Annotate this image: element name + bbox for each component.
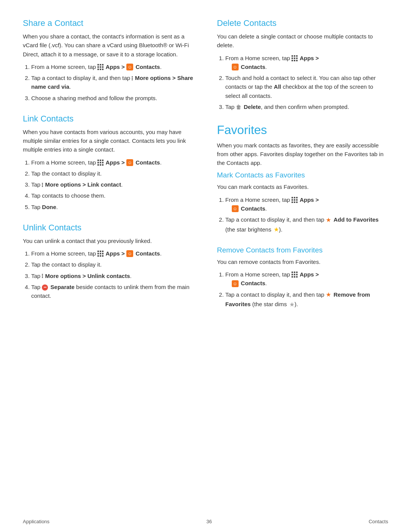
mark-favorites-steps: From a Home screen, tap Apps > ☺ Contact… xyxy=(225,195,388,235)
delete-contacts-title: Delete Contacts xyxy=(217,18,388,28)
favorites-section: Favorites When you mark contacts as favo… xyxy=(217,123,388,310)
list-item: Tap a contact to display it, and then ta… xyxy=(31,73,194,91)
delete-contacts-section: Delete Contacts You can delete a single … xyxy=(217,18,388,112)
share-contact-steps: From a Home screen, tap Apps > ☺ Contact… xyxy=(31,62,194,102)
contacts-icon: ☺ xyxy=(232,64,239,70)
more-options-icon xyxy=(42,182,43,187)
star-bright-icon: ★ xyxy=(274,225,279,235)
mark-favorites-section: Mark Contacts as Favorites You can mark … xyxy=(217,171,388,235)
share-contact-intro: When you share a contact, the contact's … xyxy=(23,32,194,59)
link-contacts-steps: From a Home screen, tap Apps > ☺ Contact… xyxy=(31,158,194,211)
list-item: From a Home screen, tap Apps > ☺ Contact… xyxy=(225,195,388,213)
contacts-icon: ☺ xyxy=(126,159,133,166)
contacts-icon: ☺ xyxy=(126,64,133,70)
link-contacts-intro: When you have contacts from various acco… xyxy=(23,128,194,154)
apps-grid-icon xyxy=(292,272,298,278)
list-item: Tap a contact to display it, and then ta… xyxy=(225,215,388,235)
more-options-icon xyxy=(42,273,43,278)
remove-favorites-steps: From a Home screen, tap Apps > ☺ Contact… xyxy=(225,270,388,309)
unlink-contacts-section: Unlink Contacts You can unlink a contact… xyxy=(23,223,194,300)
list-item: Tap a contact to display it, and then ta… xyxy=(225,290,388,310)
mark-favorites-title: Mark Contacts as Favorites xyxy=(217,171,388,179)
mark-favorites-intro: You can mark contacts as Favorites. xyxy=(217,182,388,191)
list-item: Tap More options > Unlink contacts. xyxy=(31,272,194,280)
contacts-icon: ☺ xyxy=(232,205,239,212)
delete-contacts-steps: From a Home screen, tap Apps > ☺ Contact… xyxy=(225,54,388,112)
delete-contacts-intro: You can delete a single contact or choos… xyxy=(217,32,388,50)
apps-grid-icon xyxy=(97,64,104,70)
remove-favorites-title: Remove Contacts from Favorites xyxy=(217,246,388,254)
list-item: Choose a sharing method and follow the p… xyxy=(31,94,194,102)
unlink-contacts-title: Unlink Contacts xyxy=(23,223,194,233)
remove-favorites-intro: You can remove contacts from Favorites. xyxy=(217,257,388,266)
list-item: Tap More options > Link contact. xyxy=(31,180,194,189)
apps-grid-icon xyxy=(97,160,104,166)
right-column: Delete Contacts You can delete a single … xyxy=(213,18,388,321)
apps-grid-icon xyxy=(292,55,298,61)
list-item: From a Home screen, tap Apps > ☺ Contact… xyxy=(225,54,388,72)
share-contact-title: Share a Contact xyxy=(23,18,194,28)
star-filled-icon: ★ xyxy=(326,290,331,300)
list-item: From a Home screen, tap Apps > ☺ Contact… xyxy=(31,249,194,258)
footer-right: Contacts xyxy=(369,519,388,524)
favorites-intro: When you mark contacts as favorites, the… xyxy=(217,141,388,168)
list-item: From a Home screen, tap Apps > ☺ Contact… xyxy=(31,158,194,167)
star-dim-icon: ★ xyxy=(289,300,295,310)
favorites-title: Favorites xyxy=(217,123,388,137)
footer: Applications 36 Contacts xyxy=(0,519,411,524)
link-contacts-title: Link Contacts xyxy=(23,114,194,124)
unlink-contacts-steps: From a Home screen, tap Apps > ☺ Contact… xyxy=(31,249,194,300)
list-item: From a Home screen, tap Apps > ☺ Contact… xyxy=(225,270,388,288)
list-item: Tap 🗑 Delete, and then confirm when prom… xyxy=(225,102,388,112)
contacts-icon: ☺ xyxy=(126,250,133,257)
apps-grid-icon xyxy=(292,197,298,203)
minus-icon: − xyxy=(42,284,48,291)
list-item: Tap the contact to display it. xyxy=(31,260,194,269)
list-item: Tap the contact to display it. xyxy=(31,169,194,178)
list-item: Tap − Separate beside contacts to unlink… xyxy=(31,283,194,300)
contacts-icon: ☺ xyxy=(232,280,239,287)
footer-center: 36 xyxy=(206,519,212,524)
list-item: Tap Done. xyxy=(31,203,194,211)
trash-icon: 🗑 xyxy=(236,103,241,112)
share-contact-section: Share a Contact When you share a contact… xyxy=(23,18,194,102)
list-item: From a Home screen, tap Apps > ☺ Contact… xyxy=(31,62,194,71)
list-item: Touch and hold a contact to select it. Y… xyxy=(225,73,388,100)
star-filled-icon: ★ xyxy=(326,216,331,225)
left-column: Share a Contact When you share a contact… xyxy=(23,18,198,321)
apps-grid-icon xyxy=(97,251,104,257)
unlink-contacts-intro: You can unlink a contact that you previo… xyxy=(23,236,194,245)
link-contacts-section: Link Contacts When you have contacts fro… xyxy=(23,114,194,211)
remove-favorites-section: Remove Contacts from Favorites You can r… xyxy=(217,246,388,310)
list-item: Tap contacts to choose them. xyxy=(31,191,194,200)
footer-left: Applications xyxy=(23,519,49,524)
more-options-icon xyxy=(132,76,133,81)
